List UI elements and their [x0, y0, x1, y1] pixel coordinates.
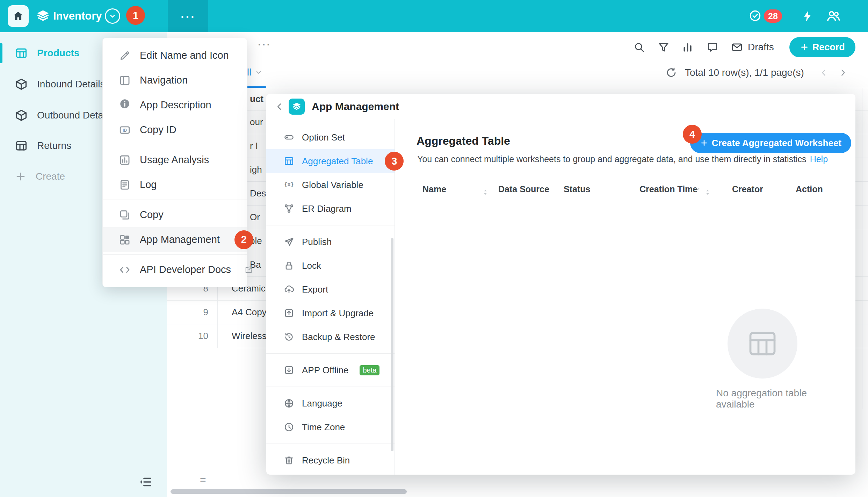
menu-item-label: API Developer Docs [140, 264, 231, 275]
page-previous-icon[interactable] [819, 67, 829, 78]
nav-item-aggregated-table[interactable]: Aggregated Table 3 [266, 149, 395, 173]
worksheet-icon [15, 139, 28, 152]
cell-text: Or [250, 205, 260, 229]
nav-item-recycle-bin[interactable]: Recycle Bin [266, 448, 395, 472]
row-count-label: Total 10 row(s), 1/1 page(s) [685, 67, 804, 78]
sidebar-item-label: Returns [37, 140, 71, 151]
external-link-icon [244, 265, 253, 274]
dialog-content: Aggregated Table You can connect multipl… [395, 119, 855, 475]
nav-item-label: Export [302, 284, 328, 295]
menu-item-edit-name-and-icon[interactable]: Edit Name and Icon [103, 43, 247, 68]
package-icon [15, 78, 28, 91]
toggle-icon [284, 132, 294, 143]
discussion-icon[interactable] [707, 41, 718, 53]
annotation-step-3: 3 [385, 152, 404, 171]
nav-scrollbar[interactable] [391, 238, 393, 451]
nav-item-time-zone[interactable]: Time Zone [266, 415, 395, 439]
nav-item-label: APP Offline [302, 365, 348, 376]
menu-item-label: Copy ID [140, 124, 176, 136]
create-aggregated-worksheet-button[interactable]: Create Aggregated Worksheet [690, 133, 851, 153]
collapse-sidebar-icon[interactable] [138, 475, 153, 489]
variable-icon: {x} [284, 179, 294, 192]
column-creator: Creator [732, 181, 763, 197]
beta-badge: beta [360, 365, 379, 375]
nav-item-language[interactable]: Language [266, 391, 395, 415]
filter-icon[interactable] [658, 41, 670, 53]
cell-text: A4 Copy [232, 300, 267, 324]
row-number: 10 [191, 324, 208, 348]
column-action: Action [796, 181, 823, 197]
log-icon [119, 179, 131, 191]
nav-item-backup-restore[interactable]: Backup & Restore [266, 325, 395, 349]
drafts-icon [731, 41, 743, 53]
app-grid-icon [119, 234, 131, 246]
refresh-icon[interactable] [665, 67, 677, 79]
workflow-icon[interactable] [801, 9, 814, 24]
menu-item-copy-id[interactable]: ID Copy ID [103, 117, 247, 142]
globe-icon [284, 398, 294, 409]
add-record-label: Record [812, 42, 845, 53]
view-more-icon[interactable]: ⋯ [257, 36, 270, 52]
page-next-icon[interactable] [838, 67, 848, 78]
sort-icon[interactable] [482, 185, 489, 201]
menu-item-label: Usage Analysis [140, 154, 209, 166]
approvals-icon[interactable] [748, 9, 762, 22]
dialog-header: App Management [266, 94, 855, 119]
app-menu-trigger[interactable] [105, 8, 120, 24]
nav-item-export[interactable]: Export [266, 278, 395, 301]
sort-icon[interactable] [704, 185, 711, 201]
nav-item-label: Time Zone [302, 422, 345, 433]
menu-item-log[interactable]: Log [103, 172, 247, 197]
cell-text: our [250, 110, 263, 134]
menu-item-navigation[interactable]: Navigation [103, 68, 247, 93]
layout-icon [119, 74, 131, 86]
menu-item-label: App Description [140, 99, 211, 111]
menu-item-api-developer-docs[interactable]: API Developer Docs [103, 257, 247, 282]
nav-divider [266, 353, 395, 354]
help-link[interactable]: Help [810, 154, 828, 164]
nav-item-import-upgrade[interactable]: Import & Upgrade [266, 301, 395, 325]
screen: All ⋯ Drafts [0, 0, 868, 497]
app-logo-icon [36, 9, 50, 25]
nav-item-app-offline[interactable]: APP Offline beta [266, 358, 395, 382]
table-header-divider [417, 197, 853, 197]
nav-item-option-set[interactable]: Option Set [266, 125, 395, 149]
menu-item-label: Log [140, 179, 157, 190]
statistics-icon[interactable] [682, 41, 694, 53]
nav-item-lock[interactable]: Lock [266, 254, 395, 278]
nav-item-label: Language [302, 398, 342, 409]
search-icon[interactable] [633, 41, 645, 53]
chevron-down-icon[interactable] [694, 186, 701, 193]
notification-badge[interactable]: 28 [764, 9, 782, 23]
nav-item-label: Backup & Restore [302, 332, 375, 343]
column-divider [862, 88, 862, 409]
home-button[interactable] [8, 5, 29, 27]
nav-item-publish[interactable]: Publish [266, 230, 395, 254]
drafts-button[interactable]: Drafts [731, 41, 774, 53]
summary-icon[interactable]: = [200, 474, 206, 486]
table-icon [284, 156, 294, 166]
chevron-down-icon[interactable] [255, 69, 262, 76]
sidebar-item-label: Create [36, 171, 65, 182]
menu-item-label: Edit Name and Icon [140, 50, 229, 61]
nav-item-label: ER Diagram [302, 203, 352, 214]
members-icon[interactable] [826, 9, 841, 23]
back-button[interactable] [275, 102, 284, 111]
horizontal-scrollbar[interactable] [171, 489, 407, 494]
more-apps-tab[interactable]: ⋯ [168, 0, 208, 32]
menu-item-usage-analysis[interactable]: Usage Analysis [103, 147, 247, 172]
nav-item-global-variable[interactable]: {x} Global Variable [266, 173, 395, 197]
menu-item-copy[interactable]: Copy [103, 202, 247, 227]
plus-icon [800, 43, 809, 52]
app-dropdown-menu: Edit Name and Icon Navigation App Descri… [102, 38, 247, 287]
menu-item-app-description[interactable]: App Description [103, 93, 247, 117]
menu-item-app-management[interactable]: App Management 2 [103, 227, 247, 252]
svg-text:{x}: {x} [284, 181, 294, 187]
nav-item-label: Recycle Bin [302, 455, 350, 466]
menu-divider [103, 145, 247, 145]
add-record-button[interactable]: Record [789, 37, 855, 57]
plus-icon [700, 139, 708, 147]
nav-item-label: Publish [302, 237, 332, 247]
nav-item-er-diagram[interactable]: ER Diagram [266, 197, 395, 221]
menu-item-label: Navigation [140, 74, 188, 86]
